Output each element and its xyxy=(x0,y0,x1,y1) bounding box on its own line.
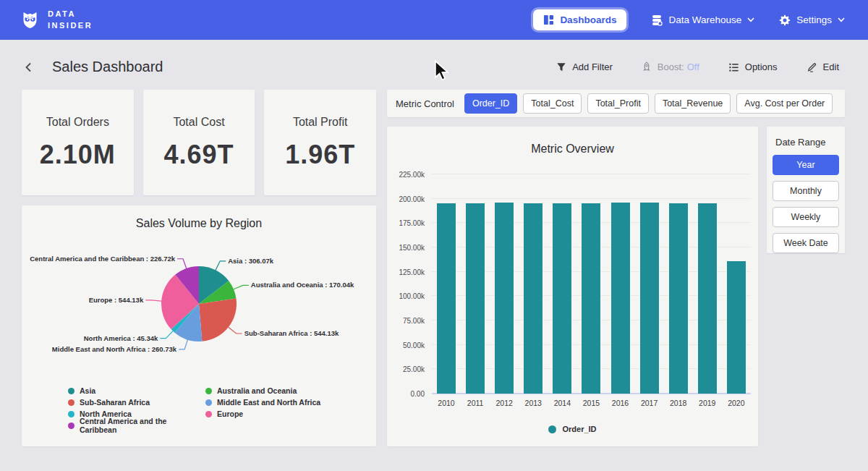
pie-legend-item[interactable]: Sub-Saharan Africa xyxy=(68,396,205,408)
bar[interactable] xyxy=(611,203,630,394)
left-column: Total Orders2.10MTotal Cost4.69TTotal Pr… xyxy=(22,90,376,446)
bar[interactable] xyxy=(437,203,456,394)
bar[interactable] xyxy=(669,203,688,394)
pie-chart-card: Sales Volume by Region Asia : 306.07kAus… xyxy=(22,205,376,446)
date-range-option[interactable]: Weekly xyxy=(773,207,839,227)
bar[interactable] xyxy=(727,261,746,394)
bar-chart-plot: 0.0025.00k50.00k75.00k100.00k125.00k150.… xyxy=(432,174,751,394)
bar-chart-x-axis: 2010201120122013201420152016201720182019… xyxy=(432,399,751,407)
y-axis-tick-label: 175.00k xyxy=(399,219,425,227)
kpi-row: Total Orders2.10MTotal Cost4.69TTotal Pr… xyxy=(22,90,376,195)
dashboard-grid-icon xyxy=(543,14,554,25)
bar[interactable] xyxy=(495,203,514,394)
y-axis-tick-label: 200.00k xyxy=(399,195,425,203)
x-axis-category-label: 2013 xyxy=(524,399,542,407)
x-axis-category-label: 2014 xyxy=(553,399,571,407)
rocket-icon xyxy=(642,61,652,72)
y-axis-tick-label: 100.00k xyxy=(399,292,425,300)
pie-legend-label: Asia xyxy=(80,386,95,395)
chevron-left-icon xyxy=(23,61,35,73)
pencil-edit-icon xyxy=(807,61,817,72)
date-range-option[interactable]: Year xyxy=(773,155,839,175)
metric-control-option[interactable]: Total_Cost xyxy=(523,93,582,114)
database-icon xyxy=(651,14,663,26)
pie-legend-item[interactable]: Central America and the Caribbean xyxy=(68,420,205,431)
pie-legend: AsiaAustralia and OceaniaSub-Saharan Afr… xyxy=(68,385,376,431)
pie-label-line xyxy=(160,331,173,339)
pie-legend-item[interactable]: Europe xyxy=(205,408,343,420)
x-axis-category-label: 2019 xyxy=(698,399,717,407)
dashboard-content: Total Orders2.10MTotal Cost4.69TTotal Pr… xyxy=(0,75,868,446)
metric-control-option[interactable]: Order_ID xyxy=(464,93,517,114)
dashboard-toolbar: Sales Dashboard Add Filter Boost: Off Op… xyxy=(0,40,868,75)
metric-control-option[interactable]: Avg. Cost per Order xyxy=(736,93,833,114)
y-axis-tick-label: 150.00k xyxy=(399,244,425,252)
bar-series xyxy=(432,174,751,394)
boost-label: Boost: xyxy=(658,61,684,72)
bar-legend-label: Order_ID xyxy=(562,425,596,433)
y-axis-tick-label: 25.00k xyxy=(403,365,425,373)
legend-dot xyxy=(68,388,75,394)
x-axis-category-label: 2015 xyxy=(582,399,600,407)
pie-slice[interactable] xyxy=(199,299,237,341)
boost-value: Off xyxy=(687,61,699,72)
chart-row: Metric Overview 0.0025.00k50.00k75.00k10… xyxy=(387,127,845,446)
kpi-label: Total Orders xyxy=(46,116,109,129)
pie-legend-item[interactable]: Middle East and North Africa xyxy=(205,396,343,408)
x-axis-category-label: 2020 xyxy=(727,399,746,407)
metric-control-options: Order_IDTotal_CostTotal_ProfitTotal_Reve… xyxy=(464,93,833,114)
pie-legend-item[interactable]: Australia and Oceania xyxy=(205,385,343,396)
brand-line-2: INSIDER xyxy=(48,20,93,32)
right-column: Metric Control Order_IDTotal_CostTotal_P… xyxy=(387,90,845,446)
boost-toggle[interactable]: Boost: Off xyxy=(637,61,704,73)
y-axis-tick-label: 225.00k xyxy=(399,171,425,179)
x-axis-category-label: 2016 xyxy=(611,399,630,407)
nav-settings[interactable]: Settings xyxy=(779,14,845,26)
pie-legend-label: Middle East and North Africa xyxy=(217,398,320,407)
bar-chart-card: Metric Overview 0.0025.00k50.00k75.00k10… xyxy=(387,127,758,446)
date-range-option[interactable]: Week Date xyxy=(773,233,839,253)
pie-chart: Asia : 306.07kAustralia and Oceania : 17… xyxy=(22,230,376,383)
metric-control-option[interactable]: Total_Revenue xyxy=(655,93,731,114)
edit-button[interactable]: Edit xyxy=(802,61,843,73)
bar[interactable] xyxy=(582,203,600,394)
filter-funnel-icon xyxy=(556,62,566,72)
top-navigation: DATA INSIDER Dashboards Data Warehouse xyxy=(0,0,868,40)
nav-data-warehouse[interactable]: Data Warehouse xyxy=(651,14,754,26)
pie-legend-label: Sub-Saharan Africa xyxy=(80,398,150,407)
legend-dot xyxy=(205,388,212,394)
pie-legend-item[interactable]: Asia xyxy=(68,385,205,396)
gear-icon xyxy=(779,14,791,26)
date-range-option[interactable]: Monthly xyxy=(773,181,839,201)
legend-dot xyxy=(68,399,75,406)
x-axis-category-label: 2010 xyxy=(437,399,456,407)
pie-legend-label: Central America and the Caribbean xyxy=(80,417,205,434)
bar[interactable] xyxy=(553,203,571,394)
kpi-card: Total Cost4.69T xyxy=(143,90,255,195)
pie-slice-label: Australia and Oceania : 170.04k xyxy=(251,281,354,289)
back-button[interactable] xyxy=(22,60,36,75)
brand-logo: DATA INSIDER xyxy=(20,9,93,32)
legend-dot xyxy=(68,423,75,429)
kpi-label: Total Cost xyxy=(173,116,224,129)
add-filter-label: Add Filter xyxy=(572,61,613,72)
legend-dot xyxy=(205,399,212,406)
bar[interactable] xyxy=(698,203,717,394)
bar[interactable] xyxy=(640,203,659,394)
pie-slice-label: Asia : 306.07k xyxy=(228,257,274,265)
x-axis-category-label: 2012 xyxy=(495,399,514,407)
nav-settings-label: Settings xyxy=(796,14,832,25)
nav-dashboards-button[interactable]: Dashboards xyxy=(533,9,626,30)
pie-label-line xyxy=(234,285,249,289)
metric-control-option[interactable]: Total_Profit xyxy=(587,93,649,114)
y-axis-tick-label: 125.00k xyxy=(399,268,425,276)
pie-label-line xyxy=(179,340,187,349)
options-button[interactable]: Options xyxy=(724,61,782,73)
bar-chart-legend[interactable]: Order_ID xyxy=(387,425,758,433)
add-filter-button[interactable]: Add Filter xyxy=(552,61,617,73)
date-range-options: YearMonthlyWeeklyWeek Date xyxy=(773,155,839,253)
pie-label-line xyxy=(229,327,242,334)
bar[interactable] xyxy=(466,203,485,394)
nav-dashboards-label: Dashboards xyxy=(560,14,616,25)
bar[interactable] xyxy=(524,203,542,394)
